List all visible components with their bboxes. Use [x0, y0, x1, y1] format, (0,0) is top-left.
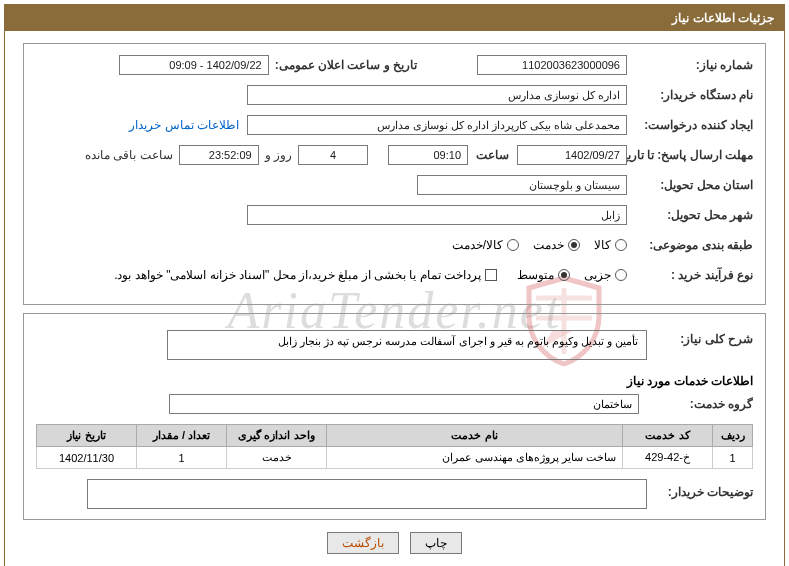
province-label: استان محل تحویل: — [633, 178, 753, 192]
cell-name: ساخت سایر پروژه‌های مهندسی عمران — [327, 447, 623, 469]
th-name: نام خدمت — [327, 425, 623, 447]
hms-remaining-field: 23:52:09 — [179, 145, 259, 165]
cell-code: خ-42-429 — [623, 447, 713, 469]
radio-goods[interactable]: کالا — [594, 238, 627, 252]
general-desc-box: تأمین و تبدیل وکیوم باتوم به قیر و اجرای… — [167, 330, 647, 360]
announce-label: تاریخ و ساعت اعلان عمومی: — [275, 58, 417, 72]
requester-field: محمدعلی شاه بیکی کارپرداز اداره کل نوساز… — [247, 115, 627, 135]
cell-unit: خدمت — [227, 447, 327, 469]
service-table: ردیف کد خدمت نام خدمت واحد اندازه گیری ت… — [36, 424, 753, 469]
radio-medium[interactable]: متوسط — [517, 268, 570, 282]
info-panel: شماره نیاز: 1102003623000096 تاریخ و ساع… — [23, 43, 766, 305]
general-desc-label: شرح کلی نیاز: — [653, 332, 753, 346]
time-label: ساعت — [476, 148, 509, 162]
city-label: شهر محل تحویل: — [633, 208, 753, 222]
radio-service-label: خدمت — [533, 238, 564, 252]
service-info-title: اطلاعات خدمات مورد نیاز — [36, 374, 753, 388]
th-row: ردیف — [713, 425, 753, 447]
deadline-label-line1: مهلت ارسال پاسخ: — [657, 148, 753, 162]
days-remaining-field: 4 — [298, 145, 368, 165]
contact-link[interactable]: اطلاعات تماس خریدار — [129, 118, 239, 132]
deadline-date-field: 1402/09/27 — [517, 145, 627, 165]
detail-panel: شرح کلی نیاز: تأمین و تبدیل وکیوم باتوم … — [23, 313, 766, 520]
cell-row: 1 — [713, 447, 753, 469]
th-code: کد خدمت — [623, 425, 713, 447]
cell-qty: 1 — [137, 447, 227, 469]
days-word: روز و — [265, 148, 292, 162]
need-number-field: 1102003623000096 — [477, 55, 627, 75]
th-unit: واحد اندازه گیری — [227, 425, 327, 447]
radio-goods-label: کالا — [594, 238, 611, 252]
process-radio-group: جزیی متوسط — [517, 268, 627, 282]
deadline-time-field: 09:10 — [388, 145, 468, 165]
radio-both-label: کالا/خدمت — [452, 238, 503, 252]
print-button[interactable]: چاپ — [410, 532, 462, 554]
buyer-org-field: اداره کل نوسازی مدارس — [247, 85, 627, 105]
radio-service[interactable]: خدمت — [533, 238, 580, 252]
back-button[interactable]: بازگشت — [327, 532, 399, 554]
buyer-comment-label: توضیحات خریدار: — [653, 485, 753, 499]
payment-checkbox[interactable] — [485, 269, 497, 281]
city-field: زابل — [247, 205, 627, 225]
subject-radio-group: کالا خدمت کالا/خدمت — [452, 238, 627, 252]
payment-note: پرداخت تمام یا بخشی از مبلغ خرید،از محل … — [114, 268, 481, 282]
buyer-comment-box — [87, 479, 647, 509]
process-label: نوع فرآیند خرید : — [633, 268, 753, 282]
deadline-label: مهلت ارسال پاسخ: تا تاریخ: — [633, 149, 753, 161]
cell-date: 1402/11/30 — [37, 447, 137, 469]
service-group-label: گروه خدمت: — [653, 397, 753, 411]
province-field: سیستان و بلوچستان — [417, 175, 627, 195]
page-title: جزئیات اطلاعات نیاز — [5, 5, 784, 31]
radio-partial-label: جزیی — [584, 268, 611, 282]
table-header-row: ردیف کد خدمت نام خدمت واحد اندازه گیری ت… — [37, 425, 753, 447]
radio-medium-label: متوسط — [517, 268, 554, 282]
remaining-label: ساعت باقی مانده — [85, 148, 173, 162]
subject-class-label: طبقه بندی موضوعی: — [633, 238, 753, 252]
service-group-select[interactable]: ساختمان — [169, 394, 639, 414]
radio-partial[interactable]: جزیی — [584, 268, 627, 282]
th-date: تاریخ نیاز — [37, 425, 137, 447]
payment-note-wrapper: پرداخت تمام یا بخشی از مبلغ خرید،از محل … — [114, 268, 497, 282]
button-row: چاپ بازگشت — [23, 532, 766, 554]
buyer-org-label: نام دستگاه خریدار: — [633, 88, 753, 102]
requester-label: ایجاد کننده درخواست: — [633, 118, 753, 132]
th-qty: تعداد / مقدار — [137, 425, 227, 447]
table-row: 1 خ-42-429 ساخت سایر پروژه‌های مهندسی عم… — [37, 447, 753, 469]
announce-field: 1402/09/22 - 09:09 — [119, 55, 269, 75]
radio-both[interactable]: کالا/خدمت — [452, 238, 519, 252]
need-number-label: شماره نیاز: — [633, 58, 753, 72]
